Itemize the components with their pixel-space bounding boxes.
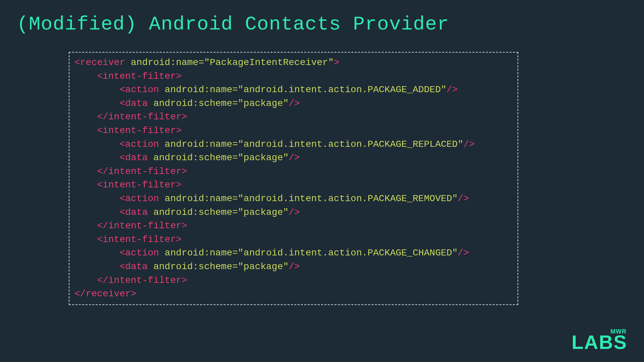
code-block: <receiver android:name="PackageIntentRec… bbox=[69, 52, 518, 305]
code-line: <receiver android:name="PackageIntentRec… bbox=[74, 56, 513, 70]
code-line: <intent-filter> bbox=[74, 124, 513, 138]
code-line: <intent-filter> bbox=[74, 70, 513, 83]
code-line: <action android:name="android.intent.act… bbox=[74, 192, 513, 206]
code-line: </intent-filter> bbox=[74, 274, 513, 288]
code-line: <intent-filter> bbox=[74, 233, 513, 247]
code-line: <action android:name="android.intent.act… bbox=[74, 246, 513, 260]
code-line: <action android:name="android.intent.act… bbox=[74, 83, 513, 97]
code-line: </intent-filter> bbox=[74, 110, 513, 124]
code-line: <intent-filter> bbox=[74, 178, 513, 192]
code-line: <data android:scheme="package"/> bbox=[74, 260, 513, 274]
code-line: <data android:scheme="package"/> bbox=[74, 97, 513, 111]
slide: (Modified) Android Contacts Provider <re… bbox=[0, 0, 644, 362]
slide-title: (Modified) Android Contacts Provider bbox=[17, 13, 627, 35]
code-line: </intent-filter> bbox=[74, 219, 513, 233]
code-line: </receiver> bbox=[74, 287, 513, 301]
code-line: <data android:scheme="package"/> bbox=[74, 206, 513, 220]
logo: MWR LABS bbox=[572, 328, 627, 352]
code-line: </intent-filter> bbox=[74, 165, 513, 179]
logo-bottom-text: LABS bbox=[572, 333, 627, 352]
code-line: <action android:name="android.intent.act… bbox=[74, 138, 513, 152]
code-line: <data android:scheme="package"/> bbox=[74, 151, 513, 165]
